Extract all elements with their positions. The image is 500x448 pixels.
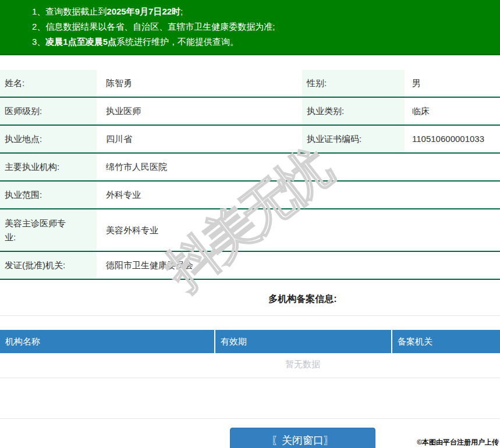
- table-row: 美容主诊医师专业: 美容外科专业: [0, 209, 500, 252]
- field-value-main-institution: 绵竹市人民医院: [97, 154, 500, 180]
- field-value-issuing-authority: 德阳市卫生健康委员会: [97, 252, 500, 279]
- notice-banner: 1、查询数据截止到2025年9月7日22时; 2、信息数据结果以各省、自治区、直…: [0, 0, 500, 55]
- field-value-practice-category: 临床: [405, 98, 500, 125]
- table-row: 发证(批准)机关: 德阳市卫生健康委员会: [0, 252, 500, 280]
- field-label-practice-scope: 执业范围:: [0, 182, 97, 208]
- field-label-main-institution: 主要执业机构:: [0, 154, 97, 180]
- table-row: 主要执业机构: 绵竹市人民医院: [0, 154, 500, 182]
- notice-line-2: 2、信息数据结果以各省、自治区、直辖市卫生健康委数据为准;: [32, 19, 500, 34]
- notice-highlight: 凌晨1点至凌晨5点: [45, 37, 116, 47]
- field-value-practice-location: 四川省: [97, 126, 302, 152]
- notice-text: ;: [180, 6, 183, 16]
- field-label-issuing-authority: 发证(批准)机关:: [0, 252, 97, 279]
- field-value-gender: 男: [405, 70, 500, 97]
- notice-number: 2、: [32, 22, 45, 31]
- field-value-doctor-level: 执业医师: [97, 98, 302, 125]
- query-result-page: 1、查询数据截止到2025年9月7日22时; 2、信息数据结果以各省、自治区、直…: [0, 0, 500, 448]
- notice-text: 查询数据截止到: [45, 6, 107, 16]
- field-label-gender: 性别:: [302, 70, 405, 97]
- notice-line-3: 3、凌晨1点至凌晨5点系统进行维护，不能提供查询。: [32, 34, 500, 49]
- field-label-name: 姓名:: [0, 70, 97, 97]
- field-label-certificate-code: 执业证书编码:: [302, 126, 405, 152]
- notice-number: 1、: [32, 6, 45, 16]
- image-attribution-text: ©本图由平台注册用户上传: [417, 438, 499, 447]
- notice-line-1: 1、查询数据截止到2025年9月7日22时;: [32, 4, 500, 19]
- field-value-practice-scope: 外科专业: [97, 182, 500, 208]
- table-row: 医师级别: 执业医师 执业类别: 临床: [0, 98, 500, 126]
- field-value-cosmetic-specialty: 美容外科专业: [97, 209, 500, 251]
- field-label-practice-location: 执业地点:: [0, 126, 97, 152]
- notice-text: 信息数据结果以各省、自治区、直辖市卫生健康委数据为准;: [45, 22, 275, 31]
- field-label-cosmetic-specialty: 美容主诊医师专业:: [0, 209, 97, 251]
- table-row: 执业地点: 四川省 执业证书编码: 110510600001033: [0, 126, 500, 154]
- field-label-practice-category: 执业类别:: [302, 98, 405, 125]
- table-row: 姓名: 陈智勇 性别: 男: [0, 70, 500, 98]
- divider: [0, 315, 500, 316]
- filing-section-heading: 多机构备案信息:: [0, 293, 500, 305]
- notice-text: 系统进行维护，不能提供查询。: [116, 37, 239, 47]
- practitioner-info-table: 姓名: 陈智勇 性别: 男 医师级别: 执业医师 执业类别: 临床 执业地点: …: [0, 70, 500, 280]
- column-header-institution-name: 机构名称: [0, 330, 214, 353]
- notice-number: 3、: [32, 37, 45, 47]
- field-label-doctor-level: 医师级别:: [0, 98, 97, 125]
- column-header-filing-authority: 备案机关: [391, 330, 500, 353]
- field-value-certificate-code: 110510600001033: [405, 126, 500, 152]
- empty-data-text: 暂无数据: [0, 359, 500, 370]
- close-window-button[interactable]: 〖关闭窗口〗: [230, 428, 375, 448]
- divider: [0, 378, 500, 378]
- notice-highlight: 2025年9月7日22时: [107, 6, 180, 16]
- column-header-validity-period: 有效期: [214, 330, 391, 353]
- filing-table-header: 机构名称 有效期 备案机关: [0, 330, 500, 353]
- divider: [0, 418, 500, 419]
- field-value-name: 陈智勇: [97, 70, 302, 97]
- table-row: 执业范围: 外科专业: [0, 182, 500, 209]
